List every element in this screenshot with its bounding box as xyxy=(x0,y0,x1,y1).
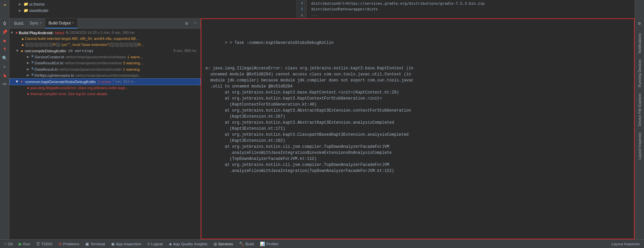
file3-arrow: ▶ xyxy=(27,67,31,72)
file2-path: net\src\main\java\com\linx\net\ext xyxy=(65,60,122,66)
warning-text-1: Cannot build selected target ABI: x86_64… xyxy=(25,36,139,41)
build-output-tab-label: Build Output xyxy=(49,21,71,25)
file-tree-item-viewmodel[interactable]: ▶ 📁 viewModel xyxy=(12,8,294,14)
gradle-text-lines: distributionUrl=https://services.gradle.… xyxy=(307,0,635,18)
file-tree-item-ui-theme[interactable]: ▶ 📁 ui.theme xyxy=(12,1,294,8)
error-item-1[interactable]: ● java.lang.IllegalAccessError: class or… xyxy=(9,85,200,91)
right-tab-device-file[interactable]: Device File Explorer xyxy=(636,90,643,129)
svg-point-0 xyxy=(4,22,6,24)
file-name: viewModel xyxy=(29,8,48,14)
file2-arrow: ▶ xyxy=(27,60,31,66)
warning-item-2[interactable]: ▲ ⬛⬛⬛⬛⬛⬛R⬛ (uri:"", local:"base-extensio… xyxy=(9,42,200,48)
build-tab[interactable]: 🔨 Build xyxy=(236,240,257,248)
build-label: Build xyxy=(245,242,254,246)
warning-icon-2: ▲ xyxy=(21,42,24,48)
kt-icon-1: K xyxy=(32,54,34,59)
profiler-tab[interactable]: 📊 Profiler xyxy=(257,240,281,248)
line-num-5: 5 xyxy=(298,6,305,12)
minimize-icon[interactable]: − xyxy=(192,20,199,27)
services-label: Services xyxy=(218,242,233,246)
sidebar-icon-commit[interactable] xyxy=(1,20,8,27)
app-inspection-tab[interactable]: ◉ App Inspection xyxy=(108,240,144,248)
sidebar-icon-search[interactable]: 🔍 xyxy=(1,55,8,62)
git-label: Git xyxy=(8,242,13,246)
error-item-2[interactable]: ● Internal compiler error. See log for m… xyxy=(9,91,200,97)
app-quality-tab[interactable]: ◈ App Quality Insights xyxy=(166,240,210,248)
right-tab-notifications[interactable]: Notifications xyxy=(636,30,643,56)
warning-icon-net: ▲ xyxy=(21,48,23,54)
file2-warn: 5 warning... xyxy=(123,60,143,66)
settings-right-icon[interactable]: ⚙ xyxy=(636,20,643,27)
file-item-4[interactable]: ▶ K KtHttpLogInterceptor.kt net\src\main… xyxy=(9,72,200,78)
warning-icon-1: ▲ xyxy=(21,36,24,42)
right-sidebar-tabs: ⚙ Notifications Running Devices Device F… xyxy=(635,18,644,239)
run-tab[interactable]: ▶ Run xyxy=(16,240,33,248)
terminal-tab[interactable]: ▣ Terminal xyxy=(83,240,107,248)
error-icon: ● xyxy=(15,30,18,36)
left-sidebar-main: 📌 ■ 📍 🔍 ≡ 🔖 PR xyxy=(0,18,9,239)
app-inspection-icon: ◉ xyxy=(111,242,114,246)
problems-label: Problems xyxy=(63,242,80,246)
kt-icon-2: K xyxy=(32,60,34,65)
settings-icon[interactable]: ⚙ xyxy=(183,20,190,27)
todo-label: TODO xyxy=(41,242,52,246)
build-root-item[interactable]: ▼ ● Build PlayAndroid: failed At 2024/2/… xyxy=(9,30,200,36)
build-output-close-icon[interactable]: × xyxy=(72,21,74,25)
right-tab-running-devices[interactable]: Running Devices xyxy=(636,57,643,90)
build-root-time: At 2024/2/29 14:33 v 2 min, 6 sec, 340 m… xyxy=(65,30,135,35)
folder-icon: 📁 xyxy=(24,8,28,13)
file4-name: KtHttpLogInterceptor.kt xyxy=(35,73,74,78)
tab-build-output[interactable]: Build Output × xyxy=(45,18,78,28)
todo-tab[interactable]: ☰ TODO xyxy=(34,240,55,248)
sidebar-icon-pin[interactable]: 📌 xyxy=(1,28,8,36)
run-label: Run xyxy=(23,242,30,246)
build-root-status: failed xyxy=(55,30,64,36)
build-tree[interactable]: ▼ ● Build PlayAndroid: failed At 2024/2/… xyxy=(9,28,200,239)
sidebar-icon-structure[interactable]: ≡ xyxy=(1,63,8,71)
file-item-3[interactable]: ▶ K DataResult.kt net\src\main\java\com\… xyxy=(9,66,200,72)
app-quality-label: App Quality Insights xyxy=(173,242,208,246)
selected-time: 7 sec, 814 m... xyxy=(112,79,137,84)
sidebar-icon-resource[interactable]: R xyxy=(1,1,8,9)
error-icon-selected: ● xyxy=(20,79,23,84)
sidebar-icon-stop[interactable]: ■ xyxy=(1,37,8,45)
error-icon-2: ● xyxy=(27,91,29,97)
error-text-2: Internal compiler error. See log for mor… xyxy=(30,91,107,97)
build-icon: 🔨 xyxy=(239,242,244,246)
sync-close-icon[interactable]: × xyxy=(40,21,42,25)
sidebar-icon-bookmarks[interactable]: 🔖 xyxy=(1,72,8,79)
net-time: 8 sec, 808 ms xyxy=(174,48,199,53)
file1-arrow: ▶ xyxy=(27,54,31,60)
net-task-item[interactable]: ▼ ▲ :net:compileDebugKotlin 10 warnings … xyxy=(9,48,200,54)
task-line: > > Task :common:kaptGenerateStubsDebugK… xyxy=(205,34,630,52)
problems-tab[interactable]: ⊘ Problems xyxy=(56,240,82,248)
kt-icon-4: K xyxy=(32,73,34,77)
line-num-4: 4 xyxy=(298,0,305,6)
selected-task-label: :common:kaptGenerateStubsDebugKotlin xyxy=(24,79,96,84)
build-label: Build: xyxy=(12,21,26,26)
tab-sync[interactable]: Sync × xyxy=(26,18,45,28)
folder-icon: 📁 xyxy=(24,2,28,7)
logcat-tab[interactable]: ≡ Logcat xyxy=(145,240,166,248)
sidebar-icon-pullrequest[interactable]: PR xyxy=(1,81,8,88)
sync-tab-label: Sync xyxy=(30,21,39,25)
net-warnings: 10 warnings xyxy=(68,48,94,54)
sidebar-icon-pin2[interactable]: 📍 xyxy=(1,46,8,53)
tabs-right-icons: ⚙ − xyxy=(183,20,200,27)
git-icon: ⑂ xyxy=(4,242,6,246)
warning-item-1[interactable]: ▲ Cannot build selected target ABI: x86_… xyxy=(9,36,200,42)
gradle-line-6: ... xyxy=(309,12,633,18)
error-output-content[interactable]: > > Task :common:kaptGenerateStubsDebugK… xyxy=(201,19,634,239)
terminal-icon: ▣ xyxy=(85,242,89,246)
net-task-label: :net:compileDebugKotlin xyxy=(24,48,66,54)
right-tab-layout-inspector[interactable]: Layout Inspector xyxy=(636,130,643,162)
git-tab[interactable]: ⑂ Git xyxy=(1,240,15,248)
expand-arrow: ▶ xyxy=(19,2,23,7)
selected-errors: 2 errors xyxy=(98,79,111,84)
layout-inspector-tab[interactable]: Layout Inspector xyxy=(609,240,643,248)
selected-task-item[interactable]: ▼ ● :common:kaptGenerateStubsDebugKotlin… xyxy=(9,78,200,85)
build-tabs-bar: Build: Sync × Build Output × ⚙ − xyxy=(9,18,200,28)
file-item-1[interactable]: ▶ K ServiceCreator.kt net\src\main\java\… xyxy=(9,54,200,60)
services-tab[interactable]: ◎ Services xyxy=(211,240,236,248)
file-item-2[interactable]: ▶ K DataResultExt.kt net\src\main\java\c… xyxy=(9,60,200,66)
